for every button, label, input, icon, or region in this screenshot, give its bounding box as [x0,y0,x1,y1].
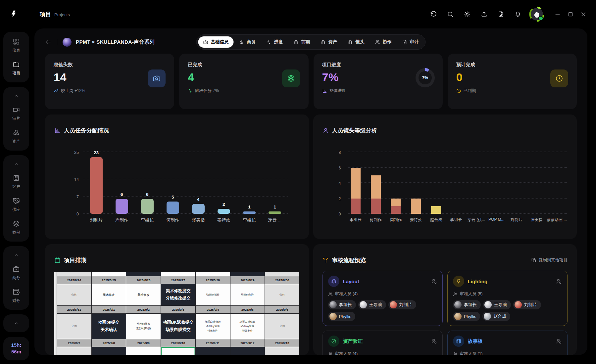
tab-进度[interactable]: 进度 [262,36,288,48]
schedule-date-cell: 2025/8/30 [265,276,299,284]
tab-审计[interactable]: 审计 [397,36,424,48]
film-icon [453,336,464,347]
shot-level-title-text: 人员镜头等级分析 [332,127,377,134]
reviewer-name: 李组长 [464,302,477,308]
schedule-task-cell[interactable]: 美术修改 [126,284,161,305]
sidebar-item-仪表[interactable]: 仪表 [12,38,20,53]
review-card-name: Lighting [468,279,487,284]
folder-icon [13,61,20,68]
chart-icon [322,88,327,93]
sidebar-group-4: 商务财务 [3,246,29,310]
review-title-row: 审核流程预览 复制到其他项目 [323,256,568,264]
back-button[interactable] [45,39,52,45]
window-controls [554,11,587,18]
chevron-up-icon[interactable] [14,321,19,326]
x-tick-label: 李组长 [450,217,462,223]
sidebar-item-客户[interactable]: 客户 [12,174,20,190]
schedule-task-cell[interactable]: 场景白膜修改 动画lay返修 特效制作 [196,314,230,339]
bar-李组长 [243,211,256,214]
refresh-button[interactable] [430,11,437,18]
review-title: 审核流程预览 [323,256,366,264]
reviewers-count: 审核人员 (5) [453,291,562,297]
maximize-button[interactable] [567,11,574,18]
close-button[interactable] [580,11,587,18]
sidebar-item-供应[interactable]: 供应 [12,197,20,212]
x-tick-label: 穿云 ... [268,217,281,223]
add-reviewer-button[interactable] [431,278,437,284]
schedule-task-cell[interactable]: 公休 [57,314,91,339]
bar-segment-何制作 [371,199,381,214]
reviewer-chip-刘制片: 刘制片 [388,300,416,309]
schedule-task-cell[interactable]: 动画lay修改提交 [196,347,230,355]
chevron-up-icon[interactable] [14,252,19,258]
add-reviewer-button[interactable] [556,338,562,344]
charts-row: 人员任务分配情况 251470刘制片23周制作6李组长6何制作5张美指4姜特效2… [45,114,577,239]
schedule-task-cell[interactable] [265,347,299,355]
add-reviewer-button[interactable] [556,278,562,284]
users-icon [453,292,458,296]
tab-资产[interactable]: 资产 [316,36,342,48]
bell-button[interactable] [515,11,521,18]
bar-刘制片 [90,157,103,214]
tab-协作[interactable]: 协作 [370,36,397,48]
reviewer-name: 王导演 [369,302,382,308]
sidebar-item-财务[interactable]: 财务 [12,288,20,303]
bar-value-label: 23 [94,150,99,155]
schedule-task-cell[interactable]: 动画bk制作 [196,284,230,305]
stat-card-已完成: 已完成 4 阶段任务 7% [179,54,308,109]
chevron-up-icon[interactable] [14,93,19,99]
sidebar-item-项目[interactable]: 项目 [12,61,20,76]
sidebar-item-资产[interactable]: 资产 [12,129,20,144]
schedule-task-cell[interactable]: 美术修改提交 分镜修改提交 [161,284,195,305]
add-reviewer-button[interactable] [431,338,437,344]
reviewer-name: 李组长 [339,302,352,308]
sidebar-item-商务[interactable]: 商务 [12,265,20,281]
schedule-task-cell[interactable]: 动画bk制作 [230,284,265,305]
copy-to-other-projects-button[interactable]: 复制到其他项目 [531,257,568,263]
sidebar-item-审片[interactable]: 审片 [12,106,20,121]
user-avatar[interactable] [530,8,543,21]
bar-segment-李组长 [351,168,361,199]
schedule-task-cell[interactable]: 定调单帧提交 [230,347,265,355]
schedule-task-cell[interactable] [126,347,161,355]
minimize-button[interactable] [554,11,561,18]
schedule-date-cell: 2025/8/25 [92,276,126,284]
schedule-date-cell: 2025/8/24 [57,276,91,284]
schedule-task-cell[interactable]: 动画bk修改 场景白膜制作 [126,314,161,339]
trend-up-icon [54,88,59,93]
schedule-task-cell[interactable]: 动画lay提交 [92,347,126,355]
review-title-text: 审核流程预览 [332,256,366,264]
tab-前期[interactable]: 前期 [289,36,315,48]
sidebar-item-案例[interactable]: 案例 [12,220,20,235]
schedule-task-cell[interactable]: 公休 [265,284,299,305]
schedule-task-cell[interactable]: 场景白膜修改 动画lay返修 特效制作 [230,314,265,339]
theme-button[interactable] [464,11,471,18]
schedule-partial-cell [92,272,126,276]
sidebar-group-2: 审片资产 [3,87,29,151]
draft-button[interactable] [498,11,504,18]
layers-icon [321,40,326,45]
bottom-row: 项目排期 2025/8/242025/8/252025/8/262025/8/2… [45,244,577,355]
tab-商务[interactable]: 商务 [234,36,261,48]
x-tick-label: 何制作 [166,217,179,223]
session-timer-value: 15h: 56m [11,342,22,355]
schedule-task-cell[interactable]: 美术修改 [92,284,126,305]
sidebar-group-3: 客户供应案例 [3,155,29,242]
chevron-up-icon[interactable] [14,161,19,167]
schedule-date-cell: 2025/8/29 [230,276,265,284]
share-button[interactable] [481,11,487,18]
tab-镜头[interactable]: 镜头 [343,36,370,48]
tab-基础信息[interactable]: 基础信息 [198,36,234,48]
schedule-task-cell[interactable]: 公休 [265,314,299,339]
schedule-task-cell[interactable]: 公休 [57,284,91,305]
schedule-task-cell[interactable] [57,347,91,355]
clock-icon [456,88,461,93]
schedule-task-cell[interactable]: 动画BK返修提交 场景白膜提交 [161,314,195,339]
stat-label: 已完成 [188,62,300,68]
schedule-task-cell[interactable] [161,347,195,355]
reviewer-name: 王导演 [494,302,507,308]
search-button[interactable] [447,11,454,18]
schedule-task-cell[interactable]: 动画bk提交 美术确认 [92,314,126,339]
y-tick-label: 0 [339,212,341,216]
file-icon [402,40,407,45]
